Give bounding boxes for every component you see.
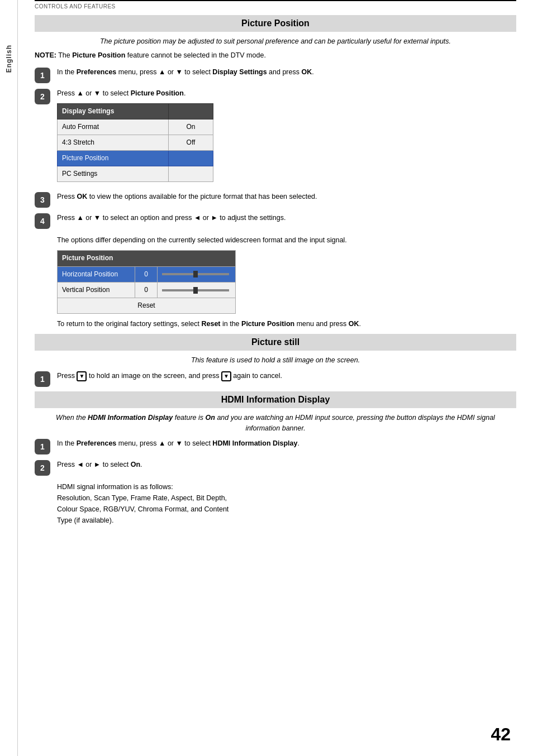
section-header-hdmi: HDMI Information Display bbox=[35, 391, 516, 408]
picture-position-note: NOTE: The Picture Position feature canno… bbox=[35, 50, 516, 61]
step-4-picture-position: 4 Press ▲ or ▼ to select an option and p… bbox=[35, 212, 516, 329]
step-2-picture-position: 2 Press ▲ or ▼ to select Picture Positio… bbox=[35, 88, 516, 187]
sidebar: English bbox=[0, 0, 18, 756]
pos-label-horizontal: Horizontal Position bbox=[58, 266, 135, 282]
ps-step-num-1: 1 bbox=[35, 371, 50, 387]
pos-val-horizontal: 0 bbox=[135, 266, 158, 282]
step-1-picture-position: 1 In the Preferences menu, press ▲ or ▼ … bbox=[35, 66, 516, 83]
pos-label-vertical: Vertical Position bbox=[58, 282, 135, 298]
pos-row-vertical: Vertical Position 0 bbox=[58, 282, 236, 298]
step-content-1: In the Preferences menu, press ▲ or ▼ to… bbox=[57, 66, 516, 78]
pos-slider-vertical bbox=[158, 282, 236, 298]
menu-val-auto-format: On bbox=[169, 119, 213, 135]
step-1-picture-still: 1 Press ▼ to hold an image on the screen… bbox=[35, 370, 516, 387]
menu-row-pc-settings: PC Settings bbox=[58, 166, 213, 182]
step-num-1: 1 bbox=[35, 68, 50, 83]
reset-note: To return to the original factory settin… bbox=[57, 318, 516, 329]
picture-still-italic-note: This feature is used to hold a still ima… bbox=[46, 355, 505, 366]
ps-step-content-1: Press ▼ to hold an image on the screen, … bbox=[57, 370, 516, 381]
menu-label-picture-position: Picture Position bbox=[58, 151, 169, 166]
step-num-4: 4 bbox=[35, 213, 50, 229]
hdmi-step-content-2: Press ◄ or ► to select On. HDMI signal i… bbox=[57, 459, 516, 526]
menu-val-pc-settings bbox=[169, 166, 213, 182]
step-3-picture-position: 3 Press OK to view the options available… bbox=[35, 191, 516, 208]
pos-reset-label: Reset bbox=[58, 298, 236, 314]
hold-icon: ▼ bbox=[77, 371, 87, 381]
step-content-3: Press OK to view the options available f… bbox=[57, 191, 516, 202]
sidebar-label: English bbox=[5, 45, 13, 73]
picture-position-submenu: Picture Position Horizontal Position 0 V… bbox=[57, 250, 236, 314]
section-header-picture-position: Picture Position bbox=[35, 15, 516, 32]
pos-row-horizontal: Horizontal Position 0 bbox=[58, 266, 236, 282]
menu-header-label: Display Settings bbox=[58, 103, 169, 119]
menu-row-43-stretch: 4:3 Stretch Off bbox=[58, 135, 213, 150]
hdmi-step-num-2: 2 bbox=[35, 460, 50, 476]
pos-slider-horizontal bbox=[158, 266, 236, 282]
menu-row-header: Display Settings bbox=[58, 103, 213, 119]
menu-label-43-stretch: 4:3 Stretch bbox=[58, 135, 169, 150]
page-number: 42 bbox=[491, 724, 511, 745]
menu-label-auto-format: Auto Format bbox=[58, 119, 169, 135]
menu-val-picture-position bbox=[169, 151, 213, 166]
display-settings-menu: Display Settings Auto Format On 4:3 Stre… bbox=[57, 103, 213, 183]
step-content-4: Press ▲ or ▼ to select an option and pre… bbox=[57, 212, 516, 329]
controls-label: CONTROLS AND FEATURES bbox=[35, 1, 516, 11]
section-header-picture-still: Picture still bbox=[35, 334, 516, 351]
hdmi-italic-note: When the HDMI Information Display featur… bbox=[46, 413, 505, 434]
pos-row-reset: Reset bbox=[58, 298, 236, 314]
picture-position-italic-note: The picture position may be adjusted to … bbox=[46, 36, 505, 47]
menu-header-val bbox=[169, 103, 213, 119]
step-content-2: Press ▲ or ▼ to select Picture Position.… bbox=[57, 88, 516, 187]
hdmi-step-num-1: 1 bbox=[35, 439, 50, 454]
menu-row-auto-format: Auto Format On bbox=[58, 119, 213, 135]
menu-label-pc-settings: PC Settings bbox=[58, 166, 169, 182]
step-1-hdmi: 1 In the Preferences menu, press ▲ or ▼ … bbox=[35, 438, 516, 454]
step-2-hdmi: 2 Press ◄ or ► to select On. HDMI signal… bbox=[35, 459, 516, 526]
menu-row-picture-position: Picture Position bbox=[58, 151, 213, 166]
hold-icon-2: ▼ bbox=[221, 371, 231, 381]
step-num-2: 2 bbox=[35, 89, 50, 104]
step-num-3: 3 bbox=[35, 192, 50, 208]
pos-menu-header-label: Picture Position bbox=[58, 251, 236, 266]
hdmi-signal-info: HDMI signal information is as follows: R… bbox=[57, 483, 229, 524]
menu-val-43-stretch: Off bbox=[169, 135, 213, 150]
pos-val-vertical: 0 bbox=[135, 282, 158, 298]
hdmi-step-content-1: In the Preferences menu, press ▲ or ▼ to… bbox=[57, 438, 516, 449]
main-content: CONTROLS AND FEATURES Picture Position T… bbox=[18, 0, 533, 553]
pos-menu-header: Picture Position bbox=[58, 251, 236, 266]
